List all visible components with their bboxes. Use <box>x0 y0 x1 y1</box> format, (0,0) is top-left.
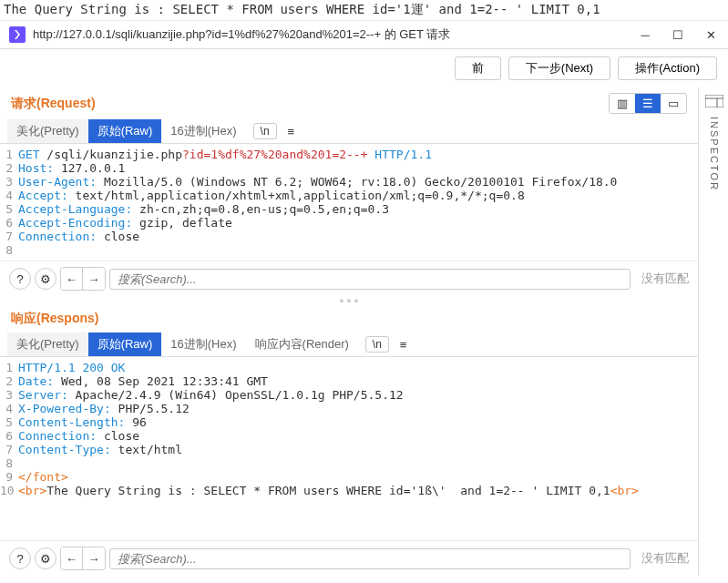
inspector-sidebar[interactable]: INSPECTOR <box>699 87 728 576</box>
tab-hex[interactable]: 16进制(Hex) <box>161 119 245 143</box>
inspector-label: INSPECTOR <box>709 117 720 191</box>
prev-button[interactable]: 前 <box>455 56 501 80</box>
next-match-button[interactable]: → <box>83 547 105 569</box>
layout-single-icon[interactable]: ▭ <box>661 94 686 113</box>
inspector-panel-icon <box>705 95 723 107</box>
svg-rect-0 <box>705 95 723 107</box>
response-tabs: 美化(Pretty) 原始(Raw) 16进制(Hex) 响应内容(Render… <box>0 332 698 357</box>
tab-pretty[interactable]: 美化(Pretty) <box>7 332 88 356</box>
response-search-bar: ? ⚙ ← → 没有匹配 <box>0 540 698 576</box>
help-icon[interactable]: ? <box>9 268 31 290</box>
request-body[interactable]: 1GET /sqli/kuanzijie.php?id=1%df%27%20an… <box>0 144 698 261</box>
tab-hex[interactable]: 16进制(Hex) <box>161 332 245 356</box>
response-body[interactable]: 1HTTP/1.1 200 OK2Date: Wed, 08 Sep 2021 … <box>0 357 698 540</box>
pane-divider[interactable]: ● ● ● <box>0 296 698 305</box>
app-icon <box>9 26 26 43</box>
window-titlebar: http://127.0.0.1/sqli/kuanzijie.php?id=1… <box>0 21 728 49</box>
next-button[interactable]: 下一步(Next) <box>508 56 610 80</box>
tab-raw[interactable]: 原始(Raw) <box>88 332 162 356</box>
request-heading: 请求(Request) <box>11 96 96 112</box>
tab-render[interactable]: 响应内容(Render) <box>246 332 358 356</box>
request-search-bar: ? ⚙ ← → 没有匹配 <box>0 261 698 296</box>
response-heading: 响应(Respons) <box>11 311 98 327</box>
prev-match-button[interactable]: ← <box>61 268 83 290</box>
layout-columns-icon[interactable]: ▥ <box>610 94 635 113</box>
tab-pretty[interactable]: 美化(Pretty) <box>7 119 88 143</box>
no-match-label: 没有匹配 <box>634 271 689 287</box>
prev-match-button[interactable]: ← <box>61 547 83 569</box>
query-string-line: The Query String is : SELECT * FROM user… <box>0 0 728 21</box>
minimize-button[interactable]: ─ <box>637 26 653 43</box>
layout-rows-icon[interactable]: ☰ <box>635 94 661 113</box>
no-match-label: 没有匹配 <box>634 550 689 567</box>
maximize-button[interactable]: ☐ <box>670 26 686 43</box>
hamburger-icon[interactable]: ≡ <box>396 336 411 353</box>
response-search-input[interactable] <box>109 548 631 569</box>
newline-toggle[interactable]: \n <box>253 123 277 139</box>
help-icon[interactable]: ? <box>9 547 31 569</box>
window-title: http://127.0.0.1/sqli/kuanzijie.php?id=1… <box>33 26 626 43</box>
top-action-bar: 前 下一步(Next) 操作(Action) <box>0 49 728 87</box>
hamburger-icon[interactable]: ≡ <box>284 123 299 140</box>
newline-toggle[interactable]: \n <box>365 336 389 353</box>
gear-icon[interactable]: ⚙ <box>35 547 56 569</box>
tab-raw[interactable]: 原始(Raw) <box>88 119 162 143</box>
close-button[interactable]: ✕ <box>702 26 719 43</box>
next-match-button[interactable]: → <box>83 268 105 290</box>
gear-icon[interactable]: ⚙ <box>35 268 56 290</box>
request-search-input[interactable] <box>109 269 631 290</box>
layout-toggle[interactable]: ▥ ☰ ▭ <box>609 93 687 114</box>
action-button[interactable]: 操作(Action) <box>618 56 717 80</box>
request-tabs: 美化(Pretty) 原始(Raw) 16进制(Hex) \n ≡ <box>0 119 698 144</box>
